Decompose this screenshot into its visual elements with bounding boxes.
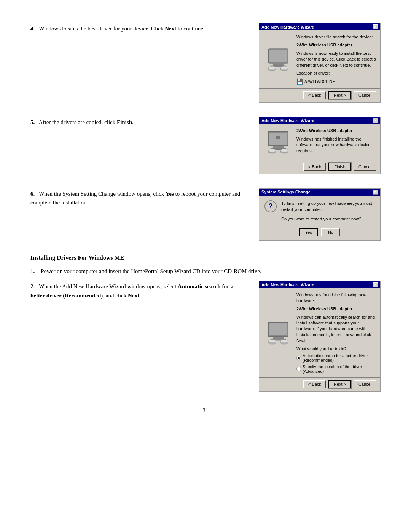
svg-point-19 (280, 149, 288, 152)
dialog-me-step2-back-btn[interactable]: < Back (303, 380, 326, 388)
me-step2-bold2: Next (128, 292, 139, 299)
dialog-step4-back-btn[interactable]: < Back (303, 91, 326, 99)
svg-point-16 (268, 149, 276, 152)
computer-icon-2 (264, 128, 292, 156)
step5-text-after: . (132, 119, 134, 125)
dialog-step4-cancel-btn[interactable]: Cancel (354, 91, 376, 99)
dialog-step4-device: 2Wire Wireless USB adapter (296, 42, 376, 48)
dialog-me-step2-text1: Windows has found the following new hard… (296, 292, 376, 304)
radio1-label: Automatic search for a better driver (Re… (303, 353, 376, 363)
svg-rect-12 (273, 146, 284, 148)
dialog-me-step2-content: Windows has found the following new hard… (296, 292, 376, 374)
dialog-step5-device: 2Wire Wireless USB adapter (296, 128, 376, 134)
computer-icon (264, 46, 292, 73)
dialog-me-step2-radio1[interactable]: Automatic search for a better driver (Re… (296, 353, 376, 363)
step6-text-before: When the System Setting Change window op… (39, 191, 166, 197)
dialog-step4-footer: < Back Next > Cancel (259, 88, 380, 102)
svg-point-28 (268, 340, 276, 343)
dialog-me-step2-next-btn[interactable]: Next > (328, 380, 351, 388)
dialog-step5-finish-btn[interactable]: Finish (328, 163, 351, 171)
dialog-step5-text: Windows has finished installing the soft… (296, 136, 376, 154)
dialog-step4-title-buttons: ✕ (373, 24, 378, 29)
dialog-step6-text1: To finish setting up your new hardware, … (281, 200, 375, 213)
dialog-step4-text2: Windows is now ready to install the best… (296, 51, 376, 68)
dialog-step6-close-btn[interactable]: ✕ (373, 190, 378, 195)
svg-point-9 (280, 66, 288, 69)
dialog-step5-title-buttons: ✕ (373, 118, 378, 123)
dialog-me-step2: Add New Hardware Wizard ✕ (259, 281, 381, 392)
dialog-step6: System Settings Change ✕ ? To finish set… (259, 188, 381, 241)
dialog-me-step2-title-buttons: ✕ (373, 282, 378, 287)
step6-number: 6. (30, 191, 35, 197)
svg-rect-2 (273, 63, 284, 66)
dialog-step5-back-btn[interactable]: < Back (303, 163, 326, 171)
dialog-me-step2-close-btn[interactable]: ✕ (373, 282, 378, 287)
dialog-step4-content: Windows driver file search for the devic… (296, 34, 376, 85)
step4-number: 4. (30, 26, 35, 32)
me-step2-text-after: . (139, 292, 141, 299)
svg-rect-21 (276, 134, 280, 136)
svg-rect-1 (269, 50, 287, 62)
dialog-step4-title: Add New Hardware Wizard (261, 25, 314, 29)
step5-bold: Finish (117, 119, 132, 125)
dialog-step6-body: ? To finish setting up your new hardware… (259, 196, 380, 227)
dialog-step5-icon-area (263, 128, 293, 156)
dialog-step6-no-btn[interactable]: No (321, 228, 340, 236)
dialog-step4-titlebar: Add New Hardware Wizard ✕ (259, 23, 380, 30)
dialog-step6-text: To finish setting up your new hardware, … (281, 200, 375, 222)
dialog-step5-footer: < Back Finish Cancel (259, 160, 380, 174)
step4-text-after: to continue. (176, 26, 205, 32)
page-number: 31 (30, 407, 381, 414)
step6-bold1: Yes (166, 191, 174, 197)
svg-rect-23 (269, 323, 287, 335)
dialog-step6-text2: Do you want to restart your computer now… (281, 216, 375, 222)
svg-rect-24 (273, 337, 284, 339)
radio1-dot (296, 356, 301, 360)
dialog-step5-titlebar: Add New Hardware Wizard ✕ (259, 117, 380, 124)
radio2-label: Specify the location of the driver (Adva… (303, 364, 376, 374)
dialog-step6-footer: Yes No (259, 227, 380, 240)
me-step1-number: 1. (30, 268, 35, 275)
dialog-step5-body: 2Wire Wireless USB adapter Windows has f… (259, 124, 380, 160)
dialog-me-step2-question: What would you like to do? (296, 346, 376, 352)
dialog-step6-yes-btn[interactable]: Yes (299, 228, 318, 236)
dialog-me-step2-footer: < Back Next > Cancel (259, 377, 380, 391)
dialog-step5-content: 2Wire Wireless USB adapter Windows has f… (296, 128, 376, 156)
dialog-step4-icon-area (263, 34, 293, 85)
dialog-step5-title: Add New Hardware Wizard (261, 118, 314, 123)
dialog-me-step2-device: 2Wire Wireless USB adapter (296, 306, 376, 312)
dialog-step4-close-btn[interactable]: ✕ (373, 24, 378, 29)
dialog-step5-close-btn[interactable]: ✕ (373, 118, 378, 123)
floppy-icon: 💾 (296, 78, 303, 85)
dialog-me-step2-radio2[interactable]: Specify the location of the driver (Adva… (296, 364, 376, 374)
radio2-dot (296, 367, 301, 371)
dialog-step4-next-btn[interactable]: Next > (328, 91, 351, 99)
dialog-step4-location-label: Location of driver: (296, 70, 376, 76)
question-icon: ? (264, 200, 277, 212)
dialog-step5: Add New Hardware Wizard ✕ (259, 117, 381, 174)
me-step2-text-before: When the Add New Hardware Wizard window … (39, 283, 178, 289)
dialog-step4-location-value: 💾 A:\WLTWD51.INF (296, 78, 376, 85)
me-step1-text: Power on your computer and insert the Ho… (41, 268, 261, 275)
dialog-me-step2-titlebar: Add New Hardware Wizard ✕ (259, 281, 380, 288)
dialog-me-step2-cancel-btn[interactable]: Cancel (354, 380, 376, 388)
dialog-me-step2-icon-area (263, 292, 293, 374)
section-heading-windows-me: Installing Drivers For Windows ME (30, 254, 381, 261)
dialog-step4-location-path: A:\WLTWD51.INF (304, 80, 335, 84)
dialog-step5-cancel-btn[interactable]: Cancel (354, 163, 376, 171)
dialog-step4-body: Windows driver file search for the devic… (259, 30, 380, 88)
dialog-step6-title-buttons: ✕ (373, 190, 378, 195)
dialog-step4: Add New Hardware Wizard ✕ (259, 23, 381, 103)
step4-text-before: Windows locates the best driver for your… (39, 26, 165, 32)
computer-icon-3 (264, 319, 292, 347)
step5-text-before: After the drivers are copied, click (39, 119, 117, 125)
dialog-step4-text1: Windows driver file search for the devic… (296, 34, 376, 40)
me-step2-number: 2. (30, 283, 35, 289)
svg-point-31 (280, 340, 288, 343)
dialog-me-step2-title: Add New Hardware Wizard (261, 283, 314, 287)
dialog-me-step2-text2: Windows can automatically search for and… (296, 315, 376, 344)
dialog-me-step2-body: Windows has found the following new hard… (259, 288, 380, 377)
step5-number: 5. (30, 119, 35, 125)
dialog-step6-title: System Settings Change (261, 190, 311, 194)
svg-point-6 (268, 66, 276, 69)
